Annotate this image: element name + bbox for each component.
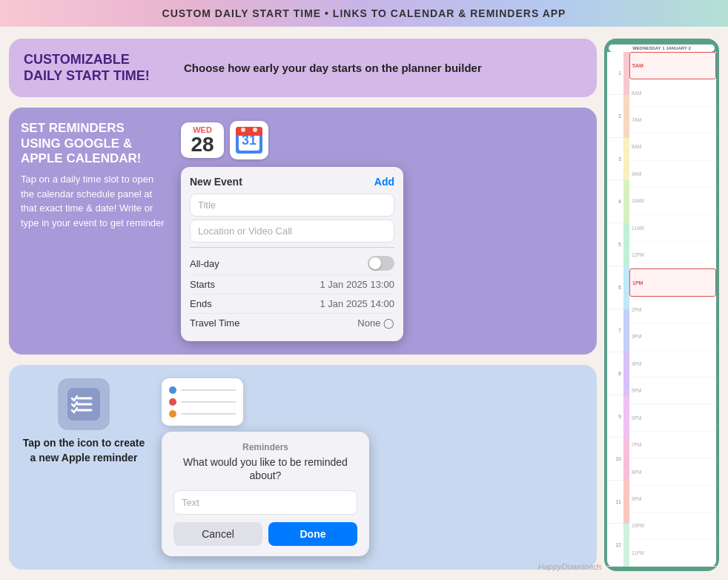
reminder-dot-orange [169, 410, 176, 418]
reminder-line-2 [181, 401, 236, 403]
hour-num: 5 [607, 223, 623, 266]
ends-value[interactable]: 1 Jan 2025 14:00 [320, 298, 394, 309]
hour-num: 3 [607, 138, 623, 181]
hour-num: 11 [607, 481, 623, 524]
reminder-dot-blue [169, 386, 176, 394]
time-slot[interactable]: 7PM [629, 432, 716, 458]
time-slot[interactable]: 10AM [629, 188, 716, 214]
time-slot[interactable]: 1PM [629, 268, 716, 296]
color-strip [623, 266, 629, 309]
start-time-title: CUSTOMIZABLEDAILY START TIME! [24, 52, 172, 84]
calendar-panel: WED 28 31 [181, 121, 585, 341]
time-slot[interactable]: 2PM [629, 297, 716, 323]
time-slot[interactable]: 6AM [629, 79, 716, 106]
google-calendar-icon: 31 [230, 121, 268, 159]
reminders-description: Tap on a daily time slot to open the cal… [21, 172, 169, 230]
hour-num: 4 [607, 180, 623, 223]
hour-num: 2 [607, 95, 623, 138]
ends-row: Ends 1 Jan 2025 14:00 [190, 294, 394, 314]
hour-num: 1 [607, 52, 623, 95]
reminder-line-1 [181, 389, 236, 391]
header-bar: CUSTOM DAILY START TIME • LINKS TO CALEN… [0, 0, 728, 27]
color-strip [623, 395, 629, 438]
color-strip [623, 438, 629, 481]
header-title: CUSTOM DAILY START TIME • LINKS TO CALEN… [162, 7, 566, 19]
time-slot[interactable]: 4PM [629, 351, 716, 378]
reminder-done-button[interactable]: Done [268, 522, 357, 546]
time-slot[interactable]: 8AM [629, 134, 716, 160]
allday-label: All-day [190, 258, 219, 269]
checklist-icon [58, 378, 110, 430]
reminders-title: SET REMINDERSUSING GOOGLE &APPLE CALENDA… [21, 121, 169, 166]
starts-value[interactable]: 1 Jan 2025 13:00 [320, 279, 394, 290]
calendar-wed-icon: WED 28 [181, 122, 224, 158]
time-slot[interactable]: 11PM [629, 540, 716, 567]
hour-num: 12 [607, 524, 623, 567]
hour-num: 8 [607, 352, 623, 395]
apple-section: Tap on the icon to create a new Apple re… [9, 365, 597, 569]
color-strip [623, 309, 629, 352]
hour-num: 10 [607, 438, 623, 481]
new-event-popup: New Event Add Title Location or Video Ca… [181, 167, 403, 341]
time-slot[interactable]: 11AM [629, 215, 716, 242]
reminders-left: SET REMINDERSUSING GOOGLE &APPLE CALENDA… [21, 121, 169, 341]
watermark: HappyDownloads [538, 562, 602, 571]
title-input[interactable]: Title [190, 194, 394, 217]
hour-num: 6 [607, 266, 623, 309]
time-slot[interactable]: 5AM [629, 52, 716, 79]
ends-label: Ends [190, 298, 212, 309]
reminders-list-panel [162, 378, 243, 426]
starts-label: Starts [190, 279, 215, 290]
time-slot[interactable]: 10PM [629, 513, 716, 539]
reminder-cancel-button[interactable]: Cancel [173, 522, 262, 546]
color-strip [623, 180, 629, 223]
color-strip [623, 524, 629, 567]
reminders-right: Reminders What would you like to be remi… [162, 378, 585, 556]
time-labels: 5AM6AM7AM8AM9AM10AM11AM12PM1PM2PM3PM4PM5… [629, 52, 716, 567]
reminder-popup-question: What would you like to be reminded about… [173, 455, 357, 482]
reminder-item-1 [169, 384, 236, 396]
reminder-dot-red [169, 398, 176, 406]
time-slot[interactable]: 3PM [629, 323, 716, 350]
right-column: WEDNESDAY 1 JANUARY 2 123456789101112 5A… [604, 39, 719, 571]
color-strip [623, 52, 629, 95]
hour-numbers: 123456789101112 [607, 52, 623, 567]
popup-add-button[interactable]: Add [374, 176, 394, 188]
wed-number: 28 [187, 134, 218, 155]
reminder-text-input[interactable]: Text [173, 490, 357, 515]
time-slot[interactable]: 8PM [629, 458, 716, 485]
location-input[interactable]: Location or Video Call [190, 220, 394, 243]
travel-value[interactable]: None ◯ [357, 317, 394, 329]
reminder-item-3 [169, 408, 236, 420]
reminder-line-3 [181, 413, 236, 415]
cal-icons: WED 28 31 [181, 121, 585, 159]
svg-rect-5 [236, 133, 262, 136]
allday-toggle[interactable] [368, 256, 394, 271]
time-slot[interactable]: 9PM [629, 486, 716, 513]
popup-header: New Event Add [190, 176, 394, 188]
time-slot[interactable]: 12PM [629, 242, 716, 268]
allday-row: All-day [190, 252, 394, 275]
planner-inner: 123456789101112 5AM6AM7AM8AM9AM10AM11AM1… [607, 52, 716, 567]
start-time-section: CUSTOMIZABLEDAILY START TIME! Choose how… [9, 39, 597, 97]
planner-day-header: WEDNESDAY 1 JANUARY 2 [609, 45, 715, 52]
time-slot[interactable]: 7AM [629, 107, 716, 134]
reminder-popup: Reminders What would you like to be remi… [162, 432, 369, 556]
hour-num: 7 [607, 309, 623, 352]
time-slot[interactable]: 6PM [629, 404, 716, 431]
color-strip [623, 138, 629, 181]
planner-card: WEDNESDAY 1 JANUARY 2 123456789101112 5A… [604, 39, 719, 571]
travel-label: Travel Time [190, 317, 239, 329]
svg-point-7 [253, 128, 257, 132]
color-strip [623, 223, 629, 266]
color-strip [623, 481, 629, 524]
time-slot[interactable]: 9AM [629, 161, 716, 188]
reminder-popup-title: Reminders [173, 442, 357, 452]
start-time-left: CUSTOMIZABLEDAILY START TIME! [24, 52, 172, 84]
start-time-description: Choose how early your day starts on the … [184, 60, 482, 76]
color-strip [623, 95, 629, 138]
travel-row: Travel Time None ◯ [190, 314, 394, 332]
color-strip [623, 352, 629, 395]
time-slot[interactable]: 5PM [629, 378, 716, 404]
hour-num: 9 [607, 395, 623, 438]
